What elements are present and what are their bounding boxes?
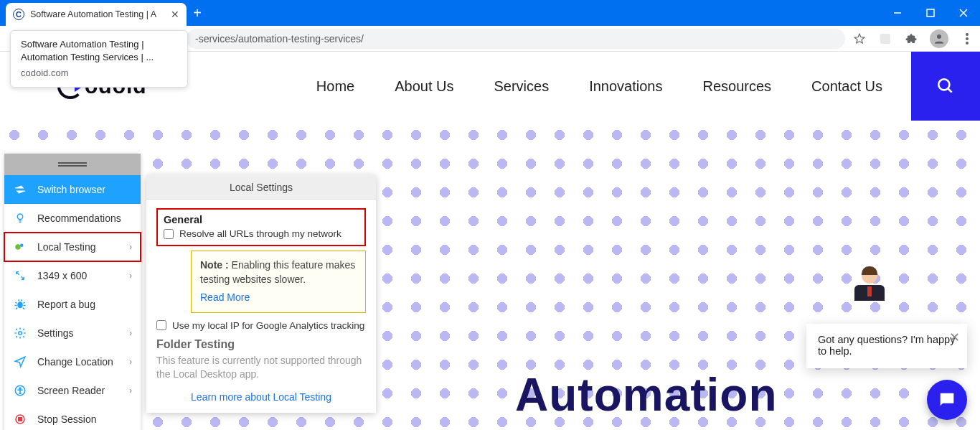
profile-avatar-icon[interactable] <box>930 29 948 48</box>
sidebar-resolution[interactable]: 1349 x 600 › <box>4 261 141 290</box>
read-more-link[interactable]: Read More <box>200 291 250 305</box>
svg-point-14 <box>17 302 23 308</box>
sidebar-label: Switch browser <box>37 184 105 195</box>
folder-testing-section: Folder Testing This feature is currently… <box>156 338 366 381</box>
accessibility-icon <box>13 384 27 397</box>
browser-tab[interactable]: C Software Automation Testing | A ✕ <box>6 3 187 26</box>
svg-point-5 <box>937 34 941 39</box>
extension-placeholder-icon[interactable] <box>878 32 892 46</box>
url-text: -services/automation-testing-services/ <box>195 33 364 45</box>
general-heading: General <box>164 214 359 225</box>
minimize-button[interactable] <box>881 0 914 26</box>
popover-title: Local Settings <box>146 175 376 200</box>
learn-more-link[interactable]: Learn more about Local Testing <box>156 391 366 403</box>
agent-avatar <box>852 268 887 302</box>
chevron-right-icon: › <box>129 271 132 281</box>
expand-icon <box>13 270 27 281</box>
resolve-urls-row[interactable]: Resolve all URLs through my network <box>164 228 359 239</box>
note-box: Note : Enabling this feature makes testi… <box>191 251 366 313</box>
maximize-button[interactable] <box>914 0 947 26</box>
extensions-puzzle-icon[interactable] <box>904 32 918 46</box>
lightbulb-icon <box>13 212 27 225</box>
nav-resources[interactable]: Resources <box>702 78 771 95</box>
general-section: General Resolve all URLs through my netw… <box>156 208 366 246</box>
sidebar-label: Recommendations <box>37 212 121 224</box>
svg-point-8 <box>966 42 969 45</box>
chevron-right-icon: › <box>129 385 132 396</box>
folder-desc: This feature is currently not supported … <box>156 354 366 381</box>
ga-tracking-label: Use my local IP for Google Analytics tra… <box>172 320 364 331</box>
ga-tracking-checkbox[interactable] <box>156 320 166 330</box>
nav-services[interactable]: Services <box>494 78 549 95</box>
window-controls <box>881 0 980 26</box>
sidebar-label: Local Testing <box>37 241 95 253</box>
sidebar-label: Change Location <box>37 356 113 368</box>
nav-about[interactable]: About Us <box>395 78 453 95</box>
sidebar-label: Stop Session <box>37 413 97 425</box>
kebab-menu-icon[interactable] <box>960 32 974 46</box>
folder-heading: Folder Testing <box>156 338 366 351</box>
gear-icon <box>13 327 27 340</box>
browser-titlebar: C Software Automation Testing | A ✕ + <box>0 0 980 26</box>
ga-tracking-row[interactable]: Use my local IP for Google Analytics tra… <box>156 320 366 331</box>
search-button[interactable] <box>911 52 980 121</box>
tooltip-domain: codoid.com <box>21 67 177 78</box>
sidebar-label: Settings <box>37 327 74 339</box>
local-settings-popover: Local Settings General Resolve all URLs … <box>146 175 376 413</box>
main-nav: Home About Us Services Innovations Resou… <box>316 78 882 95</box>
bookmark-star-icon[interactable] <box>852 32 867 46</box>
sidebar-label: Report a bug <box>37 299 95 310</box>
tooltip-title: Software Automation Testing | Automation… <box>21 38 177 63</box>
hero-section: Automation Switch browser Recommendation… <box>0 121 980 430</box>
nav-contact[interactable]: Contact Us <box>811 78 882 95</box>
tab-tooltip: Software Automation Testing | Automation… <box>10 30 188 88</box>
svg-line-10 <box>948 88 951 92</box>
svg-point-7 <box>966 37 969 40</box>
svg-point-6 <box>966 33 969 36</box>
local-testing-icon <box>13 240 27 253</box>
svg-point-11 <box>17 214 23 220</box>
svg-rect-4 <box>880 34 890 44</box>
sidebar-settings[interactable]: Settings › <box>4 319 141 347</box>
svg-point-12 <box>15 244 21 250</box>
chat-greeting-card: ✕ Got any questions? I'm happy to help. <box>806 324 967 368</box>
chevron-right-icon: › <box>129 328 132 338</box>
address-bar[interactable]: -services/automation-testing-services/ <box>187 29 845 49</box>
testing-sidebar: Switch browser Recommendations Local Tes… <box>4 154 141 430</box>
resolve-urls-label: Resolve all URLs through my network <box>179 228 341 239</box>
svg-rect-1 <box>927 9 934 17</box>
tab-title: Software Automation Testing | A <box>30 9 165 19</box>
tab-favicon: C <box>13 9 24 20</box>
svg-point-15 <box>19 332 22 335</box>
resolve-urls-checkbox[interactable] <box>164 229 174 239</box>
bug-icon <box>13 298 27 311</box>
new-tab-button[interactable]: + <box>187 0 208 26</box>
sidebar-stop-session[interactable]: Stop Session <box>4 405 141 430</box>
sidebar-switch-browser[interactable]: Switch browser <box>4 175 141 204</box>
chat-message: Got any questions? I'm happy to help. <box>818 334 955 357</box>
nav-innovations[interactable]: Innovations <box>589 78 662 95</box>
sidebar-label: Screen Reader <box>37 385 105 396</box>
svg-point-13 <box>20 244 24 248</box>
swap-icon <box>13 183 27 196</box>
note-label: Note : <box>200 259 229 271</box>
chat-launcher-button[interactable] <box>927 380 967 420</box>
sidebar-drag-handle[interactable] <box>4 154 141 175</box>
svg-rect-19 <box>19 418 22 421</box>
stop-icon <box>13 413 27 426</box>
sidebar-screen-reader[interactable]: Screen Reader › <box>4 376 141 405</box>
sidebar-local-testing[interactable]: Local Testing › <box>4 233 141 261</box>
svg-point-17 <box>19 388 21 389</box>
nav-home[interactable]: Home <box>316 78 354 95</box>
chat-close-icon[interactable]: ✕ <box>949 329 960 345</box>
sidebar-label: 1349 x 600 <box>37 270 87 281</box>
svg-point-9 <box>938 79 949 90</box>
sidebar-report-bug[interactable]: Report a bug <box>4 290 141 319</box>
sidebar-change-location[interactable]: Change Location › <box>4 347 141 376</box>
location-arrow-icon <box>13 355 27 368</box>
close-tab-icon[interactable]: ✕ <box>171 9 179 20</box>
sidebar-recommendations[interactable]: Recommendations <box>4 204 141 233</box>
chevron-right-icon: › <box>129 242 132 252</box>
close-window-button[interactable] <box>947 0 980 26</box>
chevron-right-icon: › <box>129 357 132 367</box>
